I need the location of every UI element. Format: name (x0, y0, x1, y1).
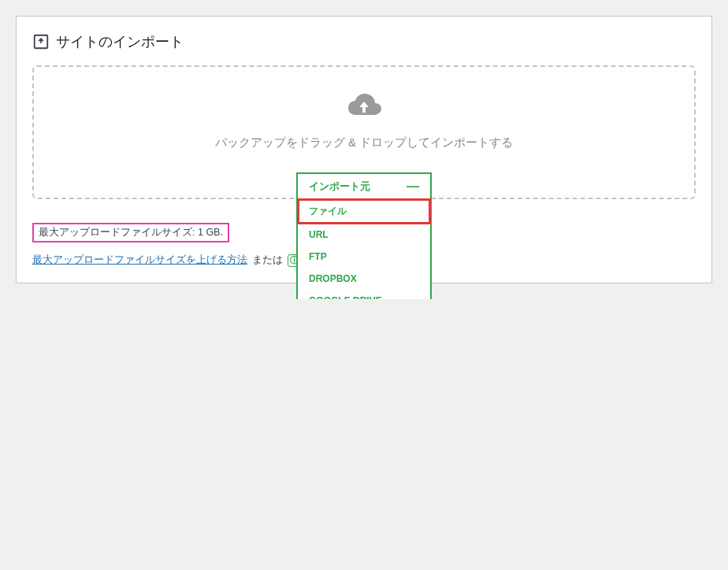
dropdown-label: インポート元 (309, 180, 370, 194)
panel-header: サイトのインポート (32, 32, 696, 51)
page-title: サイトのインポート (56, 32, 184, 51)
or-text: または (252, 254, 283, 267)
max-upload-size: 最大アップロードファイルサイズ: 1 GB. (32, 223, 229, 242)
increase-size-link[interactable]: 最大アップロードファイルサイズを上げる方法 (32, 254, 247, 267)
dropdown-toggle[interactable]: インポート元 — (298, 174, 430, 199)
max-size-value: 1 GB. (198, 227, 223, 238)
import-source-dropdown: インポート元 — ファイル URL FTP DROPBOX GOOGLE DRI… (296, 172, 432, 299)
dropdown-item-ftp[interactable]: FTP (298, 246, 430, 268)
cloud-upload-icon (345, 91, 383, 124)
max-size-label: 最大アップロードファイルサイズ: (39, 227, 195, 238)
dropzone-text: バックアップをドラッグ & ドロップしてインポートする (50, 135, 678, 150)
dropdown-list: ファイル URL FTP DROPBOX GOOGLE DRIVE AMAZON… (298, 199, 430, 299)
dropdown-container: インポート元 — ファイル URL FTP DROPBOX GOOGLE DRI… (296, 172, 432, 299)
import-icon (32, 33, 50, 50)
dropdown-item-google-drive[interactable]: GOOGLE DRIVE (298, 290, 430, 299)
dropdown-item-file[interactable]: ファイル (298, 199, 430, 224)
import-panel: サイトのインポート バックアップをドラッグ & ドロップしてインポートする イン… (16, 16, 712, 283)
dropdown-item-url[interactable]: URL (298, 224, 430, 246)
collapse-icon: — (407, 180, 419, 193)
dropdown-item-dropbox[interactable]: DROPBOX (298, 268, 430, 290)
